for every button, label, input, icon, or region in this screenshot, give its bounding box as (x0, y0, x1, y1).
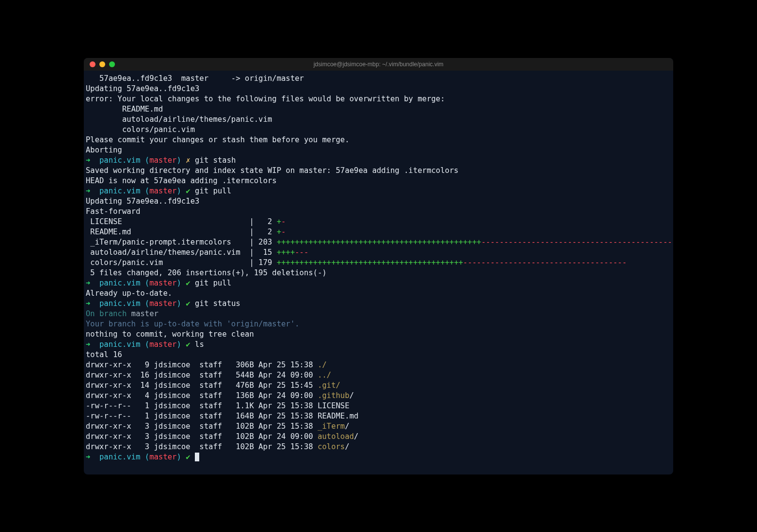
prompt-status-clean: ✔ (186, 279, 190, 287)
branch-name: master (150, 340, 177, 349)
window-title: jdsimcoe@jdsimcoe-mbp: ~/.vim/bundle/pan… (314, 61, 444, 68)
ls-dir: .github (318, 391, 349, 400)
ls-row: drwxr-xr-x 3 jdsimcoe staff 102B Apr 25 … (86, 442, 318, 451)
stash-saved: Saved working directory and index state … (86, 166, 458, 175)
diffstat-minus: - (281, 217, 285, 226)
diffstat-minus: --- (295, 248, 308, 257)
prompt-arrow: ➜ (86, 156, 90, 165)
command: git pull (195, 187, 231, 195)
fetch-output: 57ae9ea..fd9c1e3 master -> origin/master (86, 74, 304, 83)
command: git pull (195, 279, 231, 287)
branch-name: master (150, 299, 177, 308)
branch-name: master (150, 156, 177, 165)
diffstat-row: _iTerm/panic-prompt.itermcolors | 203 (86, 238, 277, 247)
branch-open: ( (145, 156, 149, 165)
ls-row: drwxr-xr-x 3 jdsimcoe staff 102B Apr 24 … (86, 432, 318, 441)
prompt-arrow: ➜ (86, 453, 90, 461)
please-commit: Please commit your changes or stash them… (86, 135, 349, 144)
prompt-dir: panic.vim (99, 156, 140, 165)
diffstat-plus: ++++++++++++++++++++++++++++++++++++++++… (277, 258, 463, 267)
ls-slash: / (354, 432, 359, 441)
diffstat-row: LICENSE | 2 (86, 217, 277, 226)
branch-open: ( (145, 279, 149, 287)
diffstat-plus: + (277, 217, 281, 226)
prompt-dir: panic.vim (99, 340, 140, 349)
branch-uptodate: Your branch is up-to-date with 'origin/m… (86, 320, 300, 328)
diffstat-plus: ++++ (277, 248, 295, 257)
command: git stash (195, 156, 236, 165)
ls-row: drwxr-xr-x 16 jdsimcoe staff 544B Apr 24… (86, 371, 318, 380)
on-branch: On branch (86, 309, 131, 318)
terminal-content[interactable]: 57ae9ea..fd9c1e3 master -> origin/master… (84, 71, 673, 475)
ls-row: drwxr-xr-x 3 jdsimcoe staff 102B Apr 25 … (86, 422, 318, 431)
prompt-status-dirty: ✗ (186, 156, 190, 165)
branch-close: ) (177, 279, 181, 287)
error-file: autoload/airline/themes/panic.vim (86, 115, 272, 124)
branch-open: ( (145, 340, 149, 349)
diffstat-row: autoload/airline/themes/panic.vim | 15 (86, 248, 277, 257)
close-button[interactable] (90, 61, 95, 67)
nothing-to-commit: nothing to commit, working tree clean (86, 330, 254, 339)
command: git status (195, 299, 240, 308)
updating-line: Updating 57ae9ea..fd9c1e3 (86, 197, 199, 206)
error-line: error: Your local changes to the followi… (86, 95, 445, 103)
diffstat-minus: - (281, 228, 285, 236)
prompt-status-clean: ✔ (186, 187, 190, 195)
prompt-dir: panic.vim (99, 453, 140, 461)
prompt-status-clean: ✔ (186, 340, 190, 349)
prompt-dir: panic.vim (99, 299, 140, 308)
prompt-arrow: ➜ (86, 187, 90, 195)
ls-total: total 16 (86, 350, 122, 359)
diffstat-minus: ----------------------------------------… (481, 238, 672, 247)
ls-slash: / (345, 442, 349, 451)
branch-name: master (150, 453, 177, 461)
ls-dir: _iTerm (318, 422, 345, 431)
ls-dir: ../ (318, 371, 331, 380)
prompt-status-clean: ✔ (186, 453, 190, 461)
branch-name: master (131, 309, 158, 318)
prompt-arrow: ➜ (86, 279, 90, 287)
branch-close: ) (177, 187, 181, 195)
prompt-arrow: ➜ (86, 299, 90, 308)
branch-close: ) (177, 340, 181, 349)
branch-open: ( (145, 299, 149, 308)
fast-forward: Fast-forward (86, 207, 140, 216)
branch-close: ) (177, 453, 181, 461)
command: ls (195, 340, 204, 349)
minimize-button[interactable] (99, 61, 105, 67)
ls-row: drwxr-xr-x 9 jdsimcoe staff 306B Apr 25 … (86, 361, 318, 369)
prompt-status-clean: ✔ (186, 299, 190, 308)
ls-slash: / (349, 391, 354, 400)
ls-row: drwxr-xr-x 14 jdsimcoe staff 476B Apr 25… (86, 381, 318, 390)
titlebar: jdsimcoe@jdsimcoe-mbp: ~/.vim/bundle/pan… (84, 58, 673, 71)
aborting: Aborting (86, 146, 122, 154)
ls-dir: colors (318, 442, 345, 451)
terminal-window: jdsimcoe@jdsimcoe-mbp: ~/.vim/bundle/pan… (84, 58, 673, 475)
diffstat-plus: ++++++++++++++++++++++++++++++++++++++++… (277, 238, 481, 247)
branch-open: ( (145, 453, 149, 461)
cursor (195, 453, 199, 461)
branch-open: ( (145, 187, 149, 195)
maximize-button[interactable] (109, 61, 115, 67)
updating-line: Updating 57ae9ea..fd9c1e3 (86, 84, 199, 93)
ls-dir: .git/ (318, 381, 341, 390)
branch-close: ) (177, 299, 181, 308)
prompt-arrow: ➜ (86, 340, 90, 349)
diffstat-summary: 5 files changed, 206 insertions(+), 195 … (86, 268, 327, 277)
ls-row: -rw-r--r-- 1 jdsimcoe staff 164B Apr 25 … (86, 412, 359, 420)
ls-slash: / (345, 422, 349, 431)
ls-row: -rw-r--r-- 1 jdsimcoe staff 1.1K Apr 25 … (86, 401, 349, 410)
diffstat-minus: ------------------------------------ (463, 258, 627, 267)
diffstat-row: colors/panic.vim | 179 (86, 258, 277, 267)
error-file: colors/panic.vim (86, 125, 195, 134)
ls-dir: autoload (318, 432, 354, 441)
branch-name: master (150, 187, 177, 195)
branch-close: ) (177, 156, 181, 165)
prompt-dir: panic.vim (99, 279, 140, 287)
ls-dir: ./ (318, 361, 327, 369)
diffstat-row: README.md | 2 (86, 228, 277, 236)
diffstat-plus: + (277, 228, 281, 236)
prompt-dir: panic.vim (99, 187, 140, 195)
error-file: README.md (86, 105, 163, 114)
traffic-lights (84, 61, 115, 67)
